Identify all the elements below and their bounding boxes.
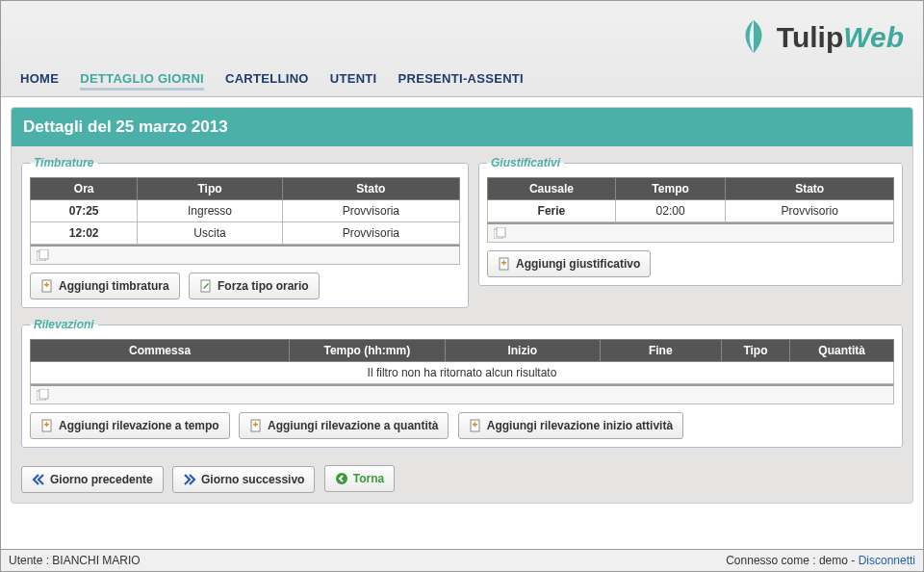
col-quantita: Quantità <box>790 340 894 362</box>
back-button[interactable]: Torna <box>324 465 395 492</box>
svg-rect-18 <box>255 422 257 427</box>
header: TulipWeb HOME DETTAGLIO GIORNI CARTELLIN… <box>1 1 923 97</box>
next-day-button[interactable]: Giorno successivo <box>172 466 315 493</box>
footer-user: Utente : BIANCHI MARIO <box>9 554 141 567</box>
grid-footer <box>30 384 894 404</box>
col-tempo: Tempo <box>615 178 726 200</box>
col-tipo: Tipo <box>721 340 790 362</box>
page-container: Dettagli del 25 marzo 2013 Timbrature Or… <box>11 107 913 504</box>
col-stato: Stato <box>726 178 894 200</box>
add-rilevazione-inizio-button[interactable]: Aggiungi rilevazione inizio attività <box>458 412 683 439</box>
chevron-left-icon <box>32 474 45 485</box>
rilevazioni-panel: Rilevazioni Commessa Tempo (hh:mm) Inizi… <box>21 318 903 448</box>
add-doc-icon <box>498 257 511 271</box>
nav-dettaglio-giorni[interactable]: DETTAGLIO GIORNI <box>80 71 204 91</box>
table-row[interactable]: 12:02 Uscita Provvisoria <box>31 222 460 245</box>
logo: TulipWeb <box>734 18 904 57</box>
timbrature-legend: Timbrature <box>30 156 97 169</box>
giustificativi-table: Causale Tempo Stato Ferie 02:00 <box>487 177 894 222</box>
add-doc-icon <box>249 419 263 432</box>
grid-footer <box>487 222 894 243</box>
empty-row: Il filtro non ha ritornato alcun risulta… <box>31 362 894 384</box>
footer-connection: Connesso come : demo - Disconnetti <box>726 554 915 567</box>
col-inizio: Inizio <box>445 340 600 362</box>
nav-presenti-assenti[interactable]: PRESENTI-ASSENTI <box>398 71 524 91</box>
timbrature-panel: Timbrature Ora Tipo Stato <box>21 156 469 308</box>
col-causale: Causale <box>488 178 616 200</box>
rilevazioni-table: Commessa Tempo (hh:mm) Inizio Fine Tipo … <box>30 339 894 384</box>
svg-point-22 <box>336 473 347 484</box>
svg-rect-12 <box>39 389 48 399</box>
footer: Utente : BIANCHI MARIO Connesso come : d… <box>1 549 923 571</box>
prev-day-button[interactable]: Giorno precedente <box>21 466 164 493</box>
giustificativi-panel: Giustificativi Causale Tempo Stato <box>478 156 903 286</box>
pages-icon <box>37 249 453 261</box>
svg-rect-7 <box>497 227 505 237</box>
timbrature-table: Ora Tipo Stato 07:25 Ingresso <box>30 177 460 245</box>
add-giustificativo-button[interactable]: Aggiungi giustificativo <box>487 250 651 277</box>
tulip-logo-icon <box>734 18 773 57</box>
add-rilevazione-quantita-button[interactable]: Aggiungi rilevazione a quantità <box>239 412 449 439</box>
back-arrow-icon <box>335 472 348 485</box>
col-ora: Ora <box>31 178 138 200</box>
add-doc-icon <box>40 419 54 432</box>
col-stato: Stato <box>282 178 459 200</box>
col-fine: Fine <box>601 340 722 362</box>
table-row[interactable]: 07:25 Ingresso Provvisoria <box>31 200 460 222</box>
nav-utenti[interactable]: UTENTI <box>330 71 377 91</box>
grid-footer <box>30 245 460 265</box>
logo-text: TulipWeb <box>777 21 904 54</box>
add-doc-icon <box>40 279 54 293</box>
col-tipo: Tipo <box>138 178 282 200</box>
page-title: Dettagli del 25 marzo 2013 <box>12 108 912 146</box>
add-timbratura-button[interactable]: Aggiungi timbratura <box>30 273 180 299</box>
svg-rect-15 <box>46 422 48 427</box>
col-commessa: Commessa <box>31 340 290 362</box>
svg-rect-21 <box>474 422 475 427</box>
day-nav: Giorno precedente Giorno successivo Torn… <box>21 457 903 493</box>
table-row[interactable]: Ferie 02:00 Provvisorio <box>488 200 894 222</box>
chevron-right-icon <box>183 474 196 485</box>
col-tempo: Tempo (hh:mm) <box>290 340 445 362</box>
svg-rect-1 <box>39 249 48 259</box>
svg-rect-4 <box>46 282 48 287</box>
disconnect-link[interactable]: Disconnetti <box>859 554 915 567</box>
content: Dettagli del 25 marzo 2013 Timbrature Or… <box>1 97 923 549</box>
add-doc-icon <box>469 419 482 432</box>
pages-icon <box>494 227 887 239</box>
giustificativi-legend: Giustificativi <box>487 156 564 169</box>
main-nav: HOME DETTAGLIO GIORNI CARTELLINO UTENTI … <box>20 71 524 91</box>
edit-icon <box>199 279 213 293</box>
rilevazioni-legend: Rilevazioni <box>30 318 98 331</box>
nav-cartellino[interactable]: CARTELLINO <box>225 71 309 91</box>
forza-tipo-orario-button[interactable]: Forza tipo orario <box>189 273 320 299</box>
svg-rect-10 <box>503 260 505 265</box>
nav-home[interactable]: HOME <box>20 71 59 91</box>
add-rilevazione-tempo-button[interactable]: Aggiungi rilevazione a tempo <box>30 412 230 439</box>
pages-icon <box>37 389 887 401</box>
